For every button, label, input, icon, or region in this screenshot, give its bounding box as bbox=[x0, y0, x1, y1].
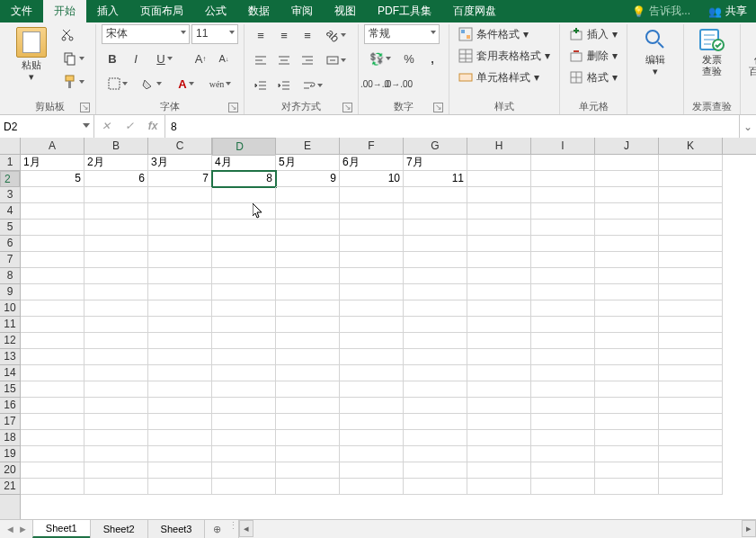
cell[interactable] bbox=[659, 414, 723, 430]
cell[interactable] bbox=[148, 187, 212, 203]
cell[interactable] bbox=[21, 333, 84, 349]
cell[interactable] bbox=[276, 203, 340, 220]
cell[interactable] bbox=[340, 220, 404, 236]
accounting-format-button[interactable]: 💱 bbox=[364, 48, 396, 69]
format-painter-button[interactable] bbox=[58, 71, 90, 93]
row-header[interactable]: 3 bbox=[0, 187, 20, 203]
cell[interactable] bbox=[340, 300, 404, 317]
column-header[interactable]: E bbox=[276, 138, 340, 154]
cell[interactable] bbox=[148, 446, 212, 462]
cell[interactable] bbox=[21, 317, 84, 333]
font-launcher[interactable]: ↘ bbox=[228, 103, 238, 112]
cell[interactable] bbox=[276, 284, 340, 300]
cell[interactable]: 9 bbox=[276, 171, 340, 187]
cell[interactable] bbox=[467, 268, 531, 284]
cut-button[interactable] bbox=[58, 24, 79, 46]
cell[interactable] bbox=[212, 365, 276, 381]
cell[interactable] bbox=[404, 203, 467, 220]
cell[interactable]: 7月 bbox=[404, 155, 467, 171]
cell[interactable] bbox=[276, 187, 340, 203]
cell[interactable] bbox=[467, 414, 531, 430]
cell[interactable] bbox=[467, 317, 531, 333]
fx-button[interactable]: fx bbox=[141, 115, 165, 138]
cell[interactable] bbox=[276, 317, 340, 333]
cell[interactable]: 8 bbox=[212, 171, 276, 187]
cell[interactable] bbox=[404, 236, 467, 252]
find-select-button[interactable]: 编辑▾ bbox=[633, 24, 678, 80]
cell[interactable]: 7 bbox=[148, 171, 212, 187]
cell[interactable] bbox=[531, 430, 595, 446]
cell[interactable]: 5月 bbox=[276, 155, 340, 171]
cell[interactable] bbox=[21, 236, 84, 252]
row-header[interactable]: 18 bbox=[0, 430, 20, 446]
cell[interactable] bbox=[340, 462, 404, 479]
cell[interactable] bbox=[212, 414, 276, 430]
cell[interactable] bbox=[276, 479, 340, 495]
cell[interactable] bbox=[21, 414, 84, 430]
cell[interactable] bbox=[212, 398, 276, 414]
select-all-cell[interactable] bbox=[0, 138, 21, 155]
cell[interactable] bbox=[595, 268, 659, 284]
cell[interactable] bbox=[340, 414, 404, 430]
enter-formula-button[interactable]: ✓ bbox=[118, 115, 141, 138]
cell[interactable]: 3月 bbox=[148, 155, 212, 171]
cell[interactable] bbox=[212, 430, 276, 446]
cell[interactable] bbox=[531, 317, 595, 333]
format-cells-button[interactable]: 格式 ▾ bbox=[565, 67, 621, 87]
column-header[interactable]: K bbox=[659, 138, 723, 154]
cell[interactable] bbox=[659, 187, 723, 203]
row-header[interactable]: 17 bbox=[0, 414, 20, 430]
merge-button[interactable] bbox=[320, 49, 352, 71]
cell[interactable] bbox=[531, 171, 595, 187]
cell[interactable] bbox=[659, 446, 723, 462]
cell[interactable] bbox=[21, 284, 84, 300]
cell[interactable] bbox=[531, 300, 595, 317]
decrease-decimal-button[interactable]: .0→.00 bbox=[387, 73, 409, 94]
cell[interactable] bbox=[404, 284, 467, 300]
cell[interactable] bbox=[404, 414, 467, 430]
tab-formulas[interactable]: 公式 bbox=[194, 0, 237, 22]
fill-color-button[interactable] bbox=[136, 73, 168, 94]
cell[interactable] bbox=[148, 268, 212, 284]
cell[interactable] bbox=[21, 398, 84, 414]
cell[interactable] bbox=[404, 381, 467, 398]
row-header[interactable]: 12 bbox=[0, 333, 20, 349]
cell[interactable] bbox=[404, 252, 467, 268]
expand-formula-bar[interactable]: ⌄ bbox=[739, 115, 756, 138]
column-header[interactable]: I bbox=[531, 138, 595, 154]
tab-file[interactable]: 文件 bbox=[0, 0, 43, 22]
cell[interactable] bbox=[595, 430, 659, 446]
cell[interactable] bbox=[467, 349, 531, 365]
cell[interactable] bbox=[340, 203, 404, 220]
cell[interactable] bbox=[595, 220, 659, 236]
align-middle-button[interactable]: ≡ bbox=[273, 24, 295, 46]
cell[interactable] bbox=[595, 462, 659, 479]
sheet-tab-1[interactable]: Sheet1 bbox=[32, 520, 91, 538]
cell[interactable] bbox=[404, 349, 467, 365]
cell[interactable] bbox=[467, 284, 531, 300]
cell[interactable] bbox=[276, 236, 340, 252]
cell[interactable] bbox=[148, 430, 212, 446]
cell[interactable] bbox=[404, 333, 467, 349]
cell-styles-button[interactable]: 单元格样式 ▾ bbox=[455, 67, 543, 87]
cell[interactable] bbox=[467, 365, 531, 381]
cell[interactable] bbox=[595, 479, 659, 495]
formula-input[interactable]: 8 bbox=[165, 115, 739, 138]
wrap-text-button[interactable] bbox=[297, 75, 329, 96]
tab-review[interactable]: 审阅 bbox=[280, 0, 324, 22]
cell[interactable] bbox=[148, 349, 212, 365]
cell[interactable] bbox=[531, 333, 595, 349]
cell[interactable] bbox=[84, 398, 148, 414]
cell[interactable] bbox=[84, 187, 148, 203]
cell[interactable] bbox=[531, 187, 595, 203]
cell[interactable] bbox=[404, 220, 467, 236]
clipboard-launcher[interactable]: ↘ bbox=[80, 103, 90, 112]
cell[interactable] bbox=[531, 155, 595, 171]
cell[interactable] bbox=[340, 365, 404, 381]
cell[interactable] bbox=[148, 398, 212, 414]
cell[interactable] bbox=[404, 430, 467, 446]
cell[interactable] bbox=[148, 414, 212, 430]
cell[interactable] bbox=[467, 203, 531, 220]
cell[interactable] bbox=[84, 446, 148, 462]
cell[interactable] bbox=[148, 252, 212, 268]
